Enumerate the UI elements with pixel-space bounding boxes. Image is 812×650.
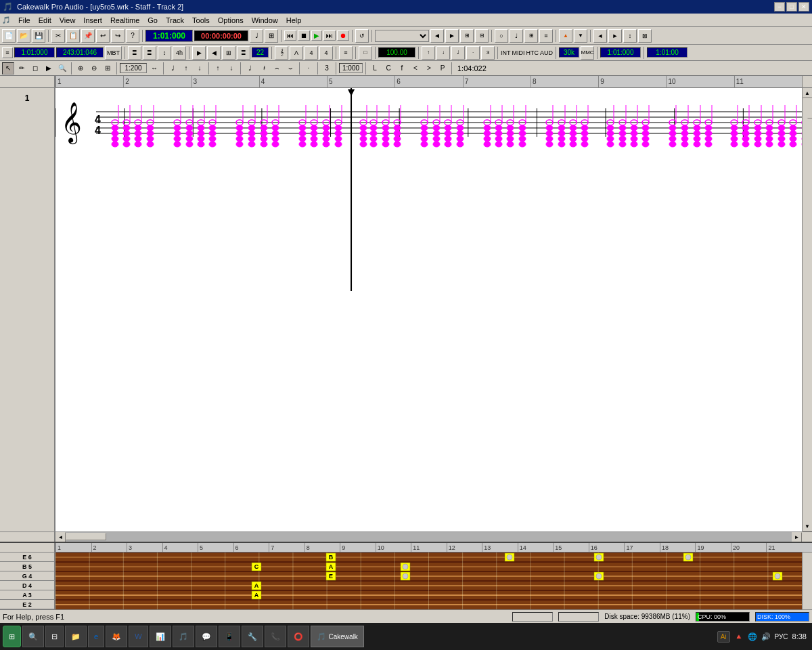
scroll-right-button[interactable]: ► — [792, 532, 802, 542]
note-insert-btn[interactable]: ♩ — [166, 62, 179, 74]
misc-btn1[interactable]: ↕ — [623, 29, 637, 43]
menu-file[interactable]: File — [14, 15, 35, 26]
menu-view[interactable]: View — [55, 15, 80, 26]
minimize-button[interactable]: − — [774, 2, 785, 12]
track-position[interactable]: 1:01:000 — [14, 47, 55, 58]
redo-button[interactable]: ↪ — [111, 29, 125, 43]
quantize-btn[interactable]: ≡ — [539, 29, 553, 43]
search-button[interactable]: 🔍 — [22, 626, 44, 647]
pos-display2[interactable]: 1:01:000 — [600, 47, 641, 58]
play-button[interactable]: ▶ — [311, 30, 322, 41]
menu-go[interactable]: Go — [143, 15, 162, 26]
erase-tool[interactable]: ◻ — [29, 62, 41, 74]
stop-button[interactable]: ⏹ — [298, 30, 310, 41]
out-btn[interactable]: ► — [608, 29, 622, 43]
save-button[interactable]: 💾 — [32, 29, 45, 43]
mmc-btn[interactable]: MMC — [581, 46, 594, 60]
h-scroll-track[interactable] — [66, 532, 792, 542]
fastforward-button[interactable]: ⏭ — [323, 30, 336, 41]
scroll-thumb[interactable] — [807, 98, 812, 118]
note-val-btn[interactable]: ♩ — [451, 46, 465, 60]
rewind-button[interactable]: ⏮ — [284, 30, 296, 41]
dyn-lt[interactable]: < — [409, 62, 422, 74]
zoom-expand[interactable]: ↔ — [148, 62, 160, 74]
app7-button[interactable]: 📞 — [265, 626, 286, 647]
zoom-display[interactable]: 1:200 — [120, 63, 147, 73]
triplet-btn[interactable]: 3 — [481, 46, 495, 60]
vertical-scrollbar[interactable]: ▲ ▼ — [802, 88, 812, 532]
midi-btn1[interactable]: □ — [359, 46, 372, 60]
zoom-in-btn[interactable]: ⊕ — [74, 62, 87, 74]
staff-extra1[interactable]: ≡ — [339, 46, 353, 60]
start-button[interactable]: ⊞ — [3, 626, 21, 647]
paste-button[interactable]: 📌 — [81, 29, 95, 43]
loop-display[interactable]: 1:01:00 — [647, 47, 687, 58]
staff-btn5[interactable]: ▶ — [192, 46, 206, 60]
cut-button[interactable]: ✂ — [51, 29, 65, 43]
explorer-button[interactable]: 📁 — [65, 626, 87, 647]
vel-up-tool[interactable]: ↑ — [212, 62, 224, 74]
menu-window[interactable]: Window — [248, 15, 282, 26]
dyn-l[interactable]: L — [369, 62, 381, 74]
taskview-button[interactable]: ⊟ — [45, 626, 64, 647]
vel-dn-tool[interactable]: ↓ — [225, 62, 238, 74]
vel-up-btn[interactable]: ▲ — [559, 29, 572, 43]
click-btn[interactable]: ♩ — [510, 29, 523, 43]
snap-rate-btn1[interactable]: ↑ — [422, 46, 435, 60]
pencil-tool[interactable]: ✏ — [16, 62, 28, 74]
time-sig-btn[interactable]: Λ — [290, 46, 303, 60]
snap-rate-btn2[interactable]: ↓ — [436, 46, 450, 60]
triplet-tool[interactable]: 3 — [321, 62, 333, 74]
open-button[interactable]: 📂 — [17, 29, 30, 43]
new-button[interactable]: 📄 — [2, 29, 16, 43]
rec-mode-btn[interactable]: ⊞ — [524, 29, 538, 43]
app8-button[interactable]: ⭕ — [288, 626, 309, 647]
magnify-tool[interactable]: 🔍 — [56, 62, 68, 74]
track-end[interactable]: 243:01:046 — [56, 47, 104, 58]
menu-edit[interactable]: Edit — [35, 15, 55, 26]
menu-help[interactable]: Help — [282, 15, 306, 26]
dot-btn[interactable]: · — [466, 46, 480, 60]
time-unit-btn[interactable]: MBT — [105, 46, 122, 60]
menu-tools[interactable]: Tools — [188, 15, 214, 26]
staff-btn4[interactable]: 4h — [173, 46, 186, 60]
app3-button[interactable]: 🎵 — [173, 626, 194, 647]
snap-btn[interactable]: ⊞ — [265, 29, 278, 43]
vel-dn-btn[interactable]: ▼ — [574, 29, 587, 43]
latency-display[interactable]: 30k — [559, 47, 579, 58]
tempo-dropdown[interactable] — [375, 30, 429, 42]
app4-button[interactable]: 💬 — [196, 626, 217, 647]
language-display[interactable]: РУС — [775, 633, 788, 641]
undo-button[interactable]: ↩ — [96, 29, 110, 43]
network-icon[interactable]: 🌐 — [748, 632, 757, 641]
cakewalk-taskbar-button[interactable]: 🎵 Cakewalk — [311, 626, 364, 647]
maximize-button[interactable]: □ — [786, 2, 797, 12]
scroll-up-button[interactable]: ▲ — [803, 88, 813, 98]
dyn-btn[interactable]: 4 — [319, 46, 333, 60]
staff-btn2[interactable]: ≣ — [143, 46, 156, 60]
h-scroll-thumb[interactable] — [66, 533, 106, 540]
staff-btn1[interactable]: ≣ — [128, 46, 141, 60]
dyn-gt[interactable]: > — [423, 62, 435, 74]
dyn-f[interactable]: f — [396, 62, 408, 74]
menu-insert[interactable]: Insert — [79, 15, 106, 26]
edge-button[interactable]: e — [88, 626, 104, 647]
dot-tool[interactable]: · — [302, 62, 315, 74]
record-button[interactable]: ⏺ — [337, 30, 349, 41]
metronome-btn[interactable]: ♩ — [250, 29, 263, 43]
scroll-left-button[interactable]: ◄ — [55, 532, 66, 542]
track-btn1[interactable]: ≡ — [2, 47, 13, 58]
rest-btn[interactable]: 𝄽 — [257, 62, 269, 74]
tempo-prev[interactable]: ◄ — [430, 29, 444, 43]
app-menu-icon[interactable]: 🎵 — [0, 15, 14, 25]
velocity-display[interactable]: 1:000 — [339, 63, 363, 73]
grid-toggle[interactable]: ⊞ — [102, 62, 114, 74]
in-btn[interactable]: ◄ — [593, 29, 607, 43]
clef-btn1[interactable]: 𝄞 — [275, 46, 288, 60]
menu-realtime[interactable]: Realtime — [106, 15, 143, 26]
app5-button[interactable]: 📱 — [219, 626, 240, 647]
pedal-btn[interactable]: P — [436, 62, 449, 74]
grid-btn[interactable]: ≣ — [237, 46, 250, 60]
note-len-btn[interactable]: ♩ — [244, 62, 256, 74]
tray-icon1[interactable]: 🔺 — [734, 632, 744, 641]
